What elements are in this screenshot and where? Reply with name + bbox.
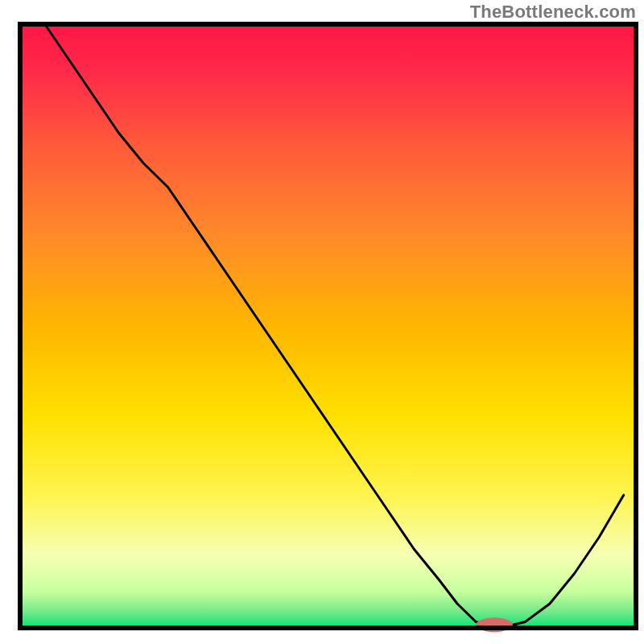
bottleneck-chart [0, 0, 644, 644]
plot-background [20, 24, 636, 628]
watermark-text: TheBottleneck.com [470, 2, 636, 23]
chart-container: TheBottleneck.com [0, 0, 644, 644]
